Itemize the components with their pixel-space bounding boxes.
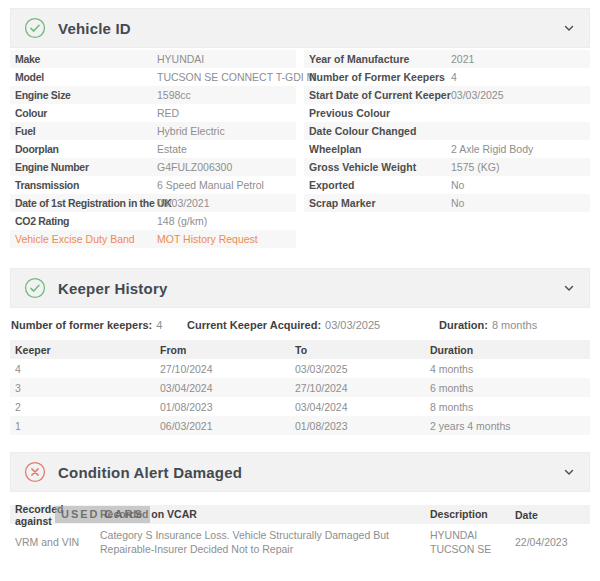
keeper-summary: Number of former keepers:4 Current Keepe… <box>10 319 590 331</box>
keeper-history-section-header[interactable]: Keeper History <box>10 268 590 308</box>
detail-value: 03/03/2025 <box>451 90 590 101</box>
detail-row: CO2 Rating 148 (g/km) <box>10 212 296 230</box>
detail-label: Transmission <box>10 180 157 191</box>
detail-row: Exported No <box>304 176 590 194</box>
detail-row: Transmission 6 Speed Manual Petrol <box>10 176 296 194</box>
condition-alert-section-header[interactable]: Condition Alert Damaged <box>10 452 590 492</box>
detail-value: 6 Speed Manual Petrol <box>157 180 296 191</box>
section-title-vehicle-id: Vehicle ID <box>58 20 131 37</box>
detail-row: Date of 1st Registration in the UK 06/03… <box>10 194 296 212</box>
detail-label: Date Colour Changed <box>304 126 451 137</box>
former-keepers-summary: Number of former keepers:4 <box>11 319 187 331</box>
detail-row: Scrap Marker No <box>304 194 590 212</box>
detail-value: TUCSON SE CONNECT T-GDI M <box>157 72 315 83</box>
detail-row: Date Colour Changed <box>304 122 590 140</box>
column-header: Keeper <box>10 344 160 356</box>
table-row: 2 01/08/2023 03/04/2024 8 months <box>10 397 590 416</box>
condition-alert-section: Condition Alert Damaged Recorded against… <box>10 452 590 560</box>
column-header: Description <box>430 507 515 521</box>
to-date-cell: 01/08/2023 <box>295 420 430 432</box>
from-date-cell: 06/03/2021 <box>160 420 295 432</box>
vehicle-excise-duty-band-link[interactable]: Vehicle Excise Duty Band <box>10 233 157 245</box>
detail-value: No <box>451 180 590 191</box>
condition-table-body: VRM and VIN Category S Insurance Loss. V… <box>10 524 590 560</box>
detail-row: Year of Manufacture 2021 <box>304 50 590 68</box>
detail-value: HYUNDAI <box>157 54 296 65</box>
detail-label: CO2 Rating <box>10 216 157 227</box>
column-header: Duration <box>430 344 590 356</box>
detail-row: Engine Number G4FULZ006300 <box>10 158 296 176</box>
detail-value: 06/03/2021 <box>157 198 296 209</box>
check-circle-icon <box>24 17 46 39</box>
detail-value: 2 Axle Rigid Body <box>451 144 590 155</box>
detail-row: Make HYUNDAI <box>10 50 296 68</box>
detail-row: Previous Colour <box>304 104 590 122</box>
duration-summary: Duration:8 months <box>439 319 537 331</box>
detail-label: Date of 1st Registration in the UK <box>10 198 157 209</box>
check-circle-icon <box>24 277 46 299</box>
keeper-table-body: 4 27/10/2024 03/03/2025 4 months 3 03/04… <box>10 359 590 435</box>
vehicle-details-right-column: Year of Manufacture 2021 Number of Forme… <box>304 50 590 248</box>
detail-label: Colour <box>10 108 157 119</box>
keeper-history-section: Keeper History Number of former keepers:… <box>10 268 590 435</box>
vehicle-details-left-column: Make HYUNDAI Model TUCSON SE CONNECT T-G… <box>10 50 296 248</box>
mot-history-request-link[interactable]: MOT History Request <box>157 233 258 245</box>
column-header: To <box>295 344 430 356</box>
detail-value: 2021 <box>451 54 590 65</box>
vehicle-report-page: Vehicle ID Make HYUNDAI Model TUCSON SE … <box>0 0 600 560</box>
section-title-condition-alert: Condition Alert Damaged <box>58 464 242 481</box>
detail-label: Engine Number <box>10 162 157 173</box>
detail-value: Hybrid Electric <box>157 126 296 137</box>
detail-label: Exported <box>304 180 451 191</box>
detail-value: RED <box>157 108 296 119</box>
table-row: 4 27/10/2024 03/03/2025 4 months <box>10 359 590 378</box>
vehicle-details-left-rows: Make HYUNDAI Model TUCSON SE CONNECT T-G… <box>10 50 296 230</box>
detail-value: 1598cc <box>157 90 296 101</box>
recorded-against-cell: VRM and VIN <box>10 536 100 548</box>
vehicle-details-right-rows: Year of Manufacture 2021 Number of Forme… <box>304 50 590 212</box>
from-date-cell: 03/04/2024 <box>160 382 295 394</box>
x-circle-icon <box>24 461 46 483</box>
detail-value: 1575 (KG) <box>451 162 590 173</box>
date-cell: 22/04/2023 <box>515 536 590 548</box>
section-title-keeper-history: Keeper History <box>58 280 168 297</box>
detail-value: G4FULZ006300 <box>157 162 296 173</box>
detail-value: No <box>451 198 590 209</box>
column-header: Date <box>515 509 590 521</box>
column-header: Recorded against <box>10 503 100 527</box>
current-keeper-acquired-summary: Current Keeper Acquired:03/03/2025 <box>187 319 439 331</box>
chevron-down-icon[interactable] <box>562 465 576 479</box>
vehicle-id-section-header[interactable]: Vehicle ID <box>10 8 590 48</box>
detail-row: Colour RED <box>10 104 296 122</box>
condition-alert-table: Recorded against Recorded on VCAR Descri… <box>10 505 590 560</box>
detail-row: Start Date of Current Keeper 03/03/2025 <box>304 86 590 104</box>
detail-row: Engine Size 1598cc <box>10 86 296 104</box>
detail-label: Fuel <box>10 126 157 137</box>
detail-label: Scrap Marker <box>304 198 451 209</box>
recorded-on-vcar-cell: Category S Insurance Loss. Vehicle Struc… <box>100 528 430 556</box>
column-header: Recorded on VCAR <box>100 507 430 521</box>
detail-value: 148 (g/km) <box>157 216 296 227</box>
keeper-number-cell: 1 <box>10 420 160 432</box>
detail-value: 4 <box>451 72 590 83</box>
to-date-cell: 03/04/2024 <box>295 401 430 413</box>
to-date-cell: 27/10/2024 <box>295 382 430 394</box>
detail-label: Previous Colour <box>304 108 451 119</box>
chevron-down-icon[interactable] <box>562 281 576 295</box>
detail-label: Gross Vehicle Weight <box>304 162 451 173</box>
to-date-cell: 03/03/2025 <box>295 363 430 375</box>
column-header: From <box>160 344 295 356</box>
duration-cell: 8 months <box>430 401 590 413</box>
table-row: 3 03/04/2024 27/10/2024 6 months <box>10 378 590 397</box>
chevron-down-icon[interactable] <box>562 21 576 35</box>
detail-row: Fuel Hybrid Electric <box>10 122 296 140</box>
detail-row: Model TUCSON SE CONNECT T-GDI M <box>10 68 296 86</box>
condition-table-header-row: Recorded against Recorded on VCAR Descri… <box>10 505 590 524</box>
duration-cell: 6 months <box>430 382 590 394</box>
table-row: 1 06/03/2021 01/08/2023 2 years 4 months <box>10 416 590 435</box>
table-row: VRM and VIN Category S Insurance Loss. V… <box>10 524 590 560</box>
detail-row: Number of Former Keepers 4 <box>304 68 590 86</box>
keeper-number-cell: 3 <box>10 382 160 394</box>
detail-label: Make <box>10 54 157 65</box>
detail-row: Wheelplan 2 Axle Rigid Body <box>304 140 590 158</box>
